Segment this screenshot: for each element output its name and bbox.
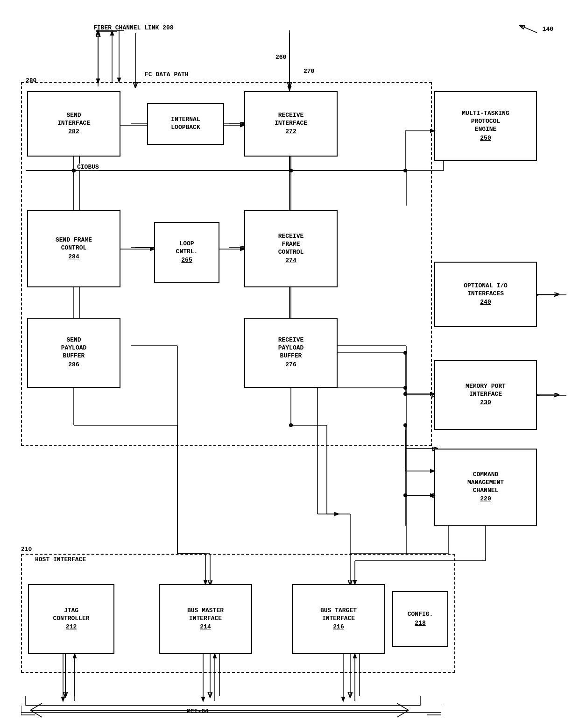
send-payload-buffer-num: 286: [68, 361, 79, 369]
ref-270-label: 270: [304, 68, 314, 75]
loop-cntrl-num: 265: [181, 257, 192, 264]
pci64-bus: [21, 692, 441, 720]
receive-payload-buffer-label: RECEIVE PAYLOAD BUFFER: [278, 336, 304, 360]
bti-label: BUS TARGET INTERFACE: [320, 607, 357, 623]
cmc-label: COMMAND MANAGEMENT CHANNEL: [467, 471, 504, 495]
send-interface-num: 282: [68, 128, 79, 136]
loop-cntrl-box: LOOP CNTRL. 265: [154, 222, 219, 283]
mpi-arrow: [536, 392, 569, 399]
send-payload-buffer-label: SEND PAYLOAD BUFFER: [61, 336, 87, 360]
send-frame-control-num: 284: [68, 253, 79, 261]
bmi-num: 214: [200, 623, 211, 631]
memory-port-interface-box: MEMORY PORT INTERFACE 230: [434, 360, 537, 430]
multitasking-protocol-engine-box: MULTI-TASKING PROTOCOL ENGINE 250: [434, 91, 537, 161]
config-box: CONFIG. 218: [392, 591, 448, 647]
receive-frame-control-num: 274: [285, 257, 296, 265]
ref-260-label: 260: [275, 54, 286, 61]
svg-line-49: [521, 26, 537, 33]
receive-interface-label: RECEIVE INTERFACE: [275, 112, 307, 128]
cmc-num: 220: [480, 495, 491, 503]
ref-140-label: 140: [543, 26, 553, 33]
loop-cntrl-label: LOOP CNTRL.: [176, 240, 198, 256]
mpe-num: 250: [480, 135, 491, 143]
send-frame-control-box: SEND FRAME CONTROL 284: [27, 210, 120, 287]
send-interface-label: SEND INTERFACE: [57, 112, 90, 128]
bmi-label: BUS MASTER INTERFACE: [187, 607, 224, 623]
optional-io-arrow: [536, 291, 569, 299]
bus-target-interface-box: BUS TARGET INTERFACE 216: [292, 584, 385, 654]
jtag-num: 212: [66, 623, 77, 631]
mpe-label: MULTI-TASKING PROTOCOL ENGINE: [462, 110, 509, 134]
bti-num: 216: [333, 623, 344, 631]
host-interface-label: HOST INTERFACE: [35, 556, 86, 563]
receive-frame-control-label: RECEIVE FRAME CONTROL: [278, 233, 304, 257]
jtag-label: JTAG CONTROLLER: [53, 607, 89, 623]
svg-point-119: [403, 493, 407, 497]
optional-io-interfaces-box: OPTIONAL I/O INTERFACES 240: [434, 262, 537, 327]
receive-payload-buffer-box: RECEIVE PAYLOAD BUFFER 276: [244, 318, 338, 388]
internal-loopback-label: INTERNALLOOPBACK: [171, 116, 200, 132]
mpi-label: MEMORY PORT INTERFACE: [466, 383, 506, 399]
bus-master-interface-box: BUS MASTER INTERFACE 214: [159, 584, 252, 654]
optional-io-num: 240: [480, 299, 491, 307]
send-interface-box: SEND INTERFACE 282: [27, 91, 120, 157]
internal-loopback-box: INTERNALLOOPBACK: [147, 103, 224, 145]
send-payload-buffer-box: SEND PAYLOAD BUFFER 286: [27, 318, 120, 388]
optional-io-label: OPTIONAL I/O INTERFACES: [464, 282, 508, 298]
fc-data-path-label: FC DATA PATH: [145, 71, 189, 78]
receive-interface-num: 272: [285, 128, 296, 136]
ciobus-label: CIOBUS: [77, 164, 99, 171]
jtag-controller-box: JTAG CONTROLLER 212: [28, 584, 114, 654]
command-management-channel-box: COMMAND MANAGEMENT CHANNEL 220: [434, 449, 537, 526]
mpi-num: 230: [480, 399, 491, 407]
diagram-container: 140 FIBER CHANNEL LINK 208 FC DATA PATH …: [0, 0, 579, 728]
ref-210-label: 210: [21, 546, 32, 553]
receive-payload-buffer-num: 276: [285, 361, 296, 369]
send-frame-control-label: SEND FRAME CONTROL: [56, 236, 92, 252]
receive-interface-box: RECEIVE INTERFACE 272: [244, 91, 338, 157]
config-num: 218: [415, 620, 425, 628]
receive-frame-control-box: RECEIVE FRAME CONTROL 274: [244, 210, 338, 287]
ref-140-arrow: [514, 21, 542, 35]
config-label: CONFIG.: [408, 611, 433, 619]
